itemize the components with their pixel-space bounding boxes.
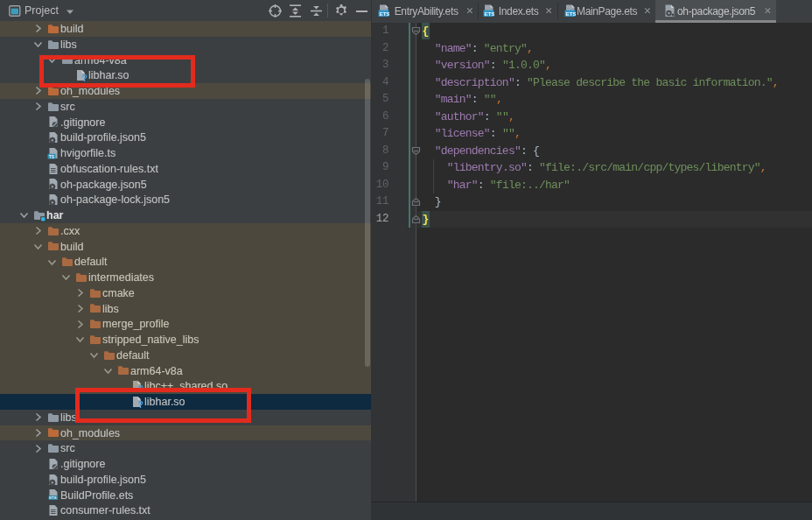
svg-text:ETS: ETS [565, 11, 575, 17]
svg-text:ETS: ETS [49, 496, 57, 501]
svg-text:ETS: ETS [484, 11, 494, 17]
svg-text:TS: TS [49, 153, 55, 158]
svg-text:ETS: ETS [380, 11, 389, 17]
